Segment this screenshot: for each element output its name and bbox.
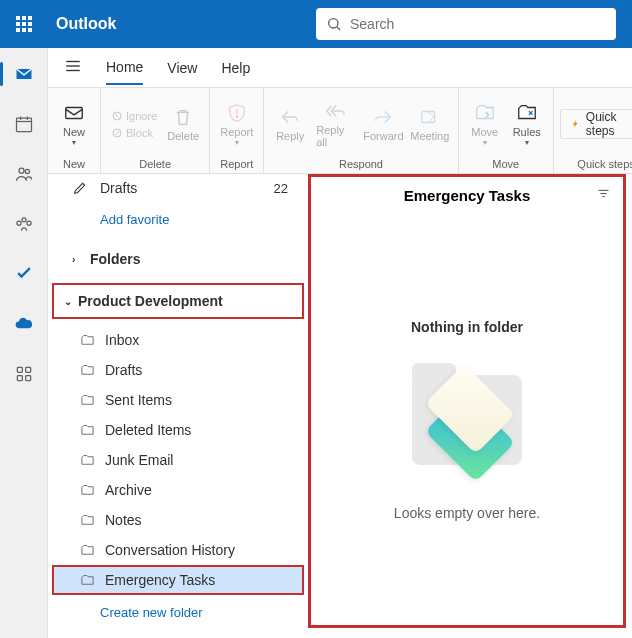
- svg-rect-14: [25, 376, 30, 381]
- rules-button[interactable]: Rules▾: [507, 98, 547, 151]
- folder-view-title: Emergency Tasks: [404, 187, 530, 204]
- move-button: Move▾: [465, 98, 505, 151]
- folder-icon: [80, 393, 95, 408]
- svg-rect-2: [16, 118, 31, 131]
- folder-sent[interactable]: Sent Items: [52, 385, 304, 415]
- new-group-label: New: [54, 156, 94, 173]
- empty-subtitle: Looks empty over here.: [394, 505, 540, 521]
- svg-rect-18: [66, 107, 83, 118]
- shield-icon: [226, 102, 248, 124]
- reply-all-button: Reply all: [312, 96, 359, 152]
- groups-icon: [14, 214, 34, 234]
- folder-inbox[interactable]: Inbox: [52, 325, 304, 355]
- chevron-down-icon: ⌄: [64, 296, 74, 307]
- sidebar-onedrive[interactable]: [4, 304, 44, 344]
- report-group-label: Report: [216, 156, 257, 173]
- folder-conversation-history[interactable]: Conversation History: [52, 535, 304, 565]
- svg-point-9: [16, 221, 20, 225]
- svg-point-6: [19, 168, 24, 173]
- sidebar-people[interactable]: [4, 154, 44, 194]
- forward-icon: [372, 106, 394, 128]
- move-icon: [474, 102, 496, 124]
- search-box[interactable]: [316, 8, 616, 40]
- hamburger-button[interactable]: [64, 57, 82, 79]
- delete-group-label: Delete: [107, 156, 203, 173]
- svg-rect-12: [25, 367, 30, 372]
- svg-rect-25: [422, 112, 435, 123]
- delete-button: Delete: [163, 102, 203, 146]
- svg-point-8: [21, 218, 25, 222]
- block-button: Block: [107, 125, 161, 141]
- folder-icon: [80, 543, 95, 558]
- sidebar-todo[interactable]: [4, 254, 44, 294]
- sidebar-mail[interactable]: [4, 54, 44, 94]
- ignore-icon: [111, 110, 123, 122]
- folder-deleted[interactable]: Deleted Items: [52, 415, 304, 445]
- folder-icon: [80, 513, 95, 528]
- rules-icon: [516, 102, 538, 124]
- new-label: New: [63, 126, 85, 138]
- apps-icon: [14, 364, 34, 384]
- folder-emergency-tasks[interactable]: Emergency Tasks: [52, 565, 304, 595]
- meeting-button: Meeting: [408, 102, 452, 146]
- tab-help[interactable]: Help: [221, 52, 250, 84]
- sidebar-groups[interactable]: [4, 204, 44, 244]
- empty-title: Nothing in folder: [411, 319, 523, 335]
- folder-notes[interactable]: Notes: [52, 505, 304, 535]
- svg-line-22: [115, 130, 120, 135]
- empty-folder-graphic: [402, 355, 532, 485]
- reply-button: Reply: [270, 102, 310, 146]
- svg-point-7: [25, 169, 29, 173]
- svg-point-0: [329, 19, 338, 28]
- chevron-right-icon: ›: [72, 254, 82, 265]
- filter-icon: [596, 186, 611, 201]
- respond-group-label: Respond: [270, 156, 451, 173]
- folder-icon: [80, 363, 95, 378]
- pencil-icon: [72, 180, 88, 196]
- check-icon: [14, 264, 34, 284]
- sidebar-calendar[interactable]: [4, 104, 44, 144]
- folder-icon: [80, 333, 95, 348]
- folder-archive[interactable]: Archive: [52, 475, 304, 505]
- search-icon: [326, 16, 342, 32]
- chevron-down-icon: ▾: [72, 138, 76, 147]
- reply-all-icon: [325, 100, 347, 122]
- quick-steps-button[interactable]: Quick steps: [560, 109, 632, 139]
- folder-icon: [80, 483, 95, 498]
- move-group-label: Move: [465, 156, 547, 173]
- reply-icon: [279, 106, 301, 128]
- tab-home[interactable]: Home: [106, 51, 143, 85]
- folder-junk[interactable]: Junk Email: [52, 445, 304, 475]
- ignore-button: Ignore: [107, 108, 161, 124]
- cloud-icon: [14, 314, 34, 334]
- tab-view[interactable]: View: [167, 52, 197, 84]
- favorites-drafts[interactable]: Drafts 22: [52, 174, 304, 202]
- waffle-icon: [16, 16, 32, 32]
- svg-point-24: [236, 115, 237, 116]
- svg-line-1: [337, 27, 340, 30]
- account-header[interactable]: ⌄Product Development: [52, 283, 304, 319]
- mail-icon: [14, 64, 34, 84]
- search-input[interactable]: [350, 16, 606, 32]
- app-launcher[interactable]: [8, 8, 40, 40]
- filter-button[interactable]: [596, 186, 611, 205]
- svg-line-20: [114, 113, 120, 119]
- drafts-count: 22: [274, 181, 288, 196]
- calendar-icon: [14, 114, 34, 134]
- lightning-icon: [571, 117, 580, 131]
- trash-icon: [172, 106, 194, 128]
- svg-rect-11: [17, 367, 22, 372]
- folder-drafts[interactable]: Drafts: [52, 355, 304, 385]
- folder-icon: [80, 573, 95, 588]
- folder-icon: [80, 423, 95, 438]
- block-icon: [111, 127, 123, 139]
- add-favorite-link[interactable]: Add favorite: [52, 202, 304, 241]
- sidebar-apps[interactable]: [4, 354, 44, 394]
- people-icon: [14, 164, 34, 184]
- envelope-icon: [63, 102, 85, 124]
- folder-icon: [80, 453, 95, 468]
- folders-header[interactable]: ›Folders: [52, 241, 304, 277]
- new-mail-button[interactable]: New ▾: [54, 98, 94, 151]
- create-folder-link[interactable]: Create new folder: [52, 595, 304, 620]
- report-button: Report ▾: [216, 98, 257, 151]
